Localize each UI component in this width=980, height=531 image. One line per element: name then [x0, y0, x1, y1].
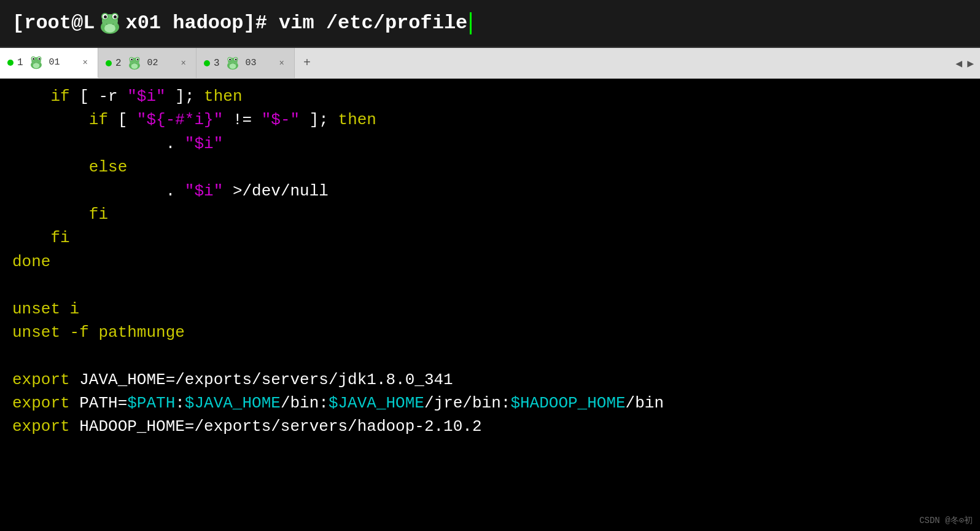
tab-2-number: 2	[115, 58, 122, 69]
code-text-2c: ];	[300, 111, 338, 129]
kw-unset-1: unset i	[12, 300, 79, 318]
title-text: [root@L x01 hadoop]# vim /etc/profile	[12, 8, 467, 39]
var-hash-i: "${-#*i}"	[137, 111, 223, 129]
tab-1-dot	[7, 60, 14, 66]
code-text-3a: .	[12, 135, 185, 153]
path-var-java-bin: $JAVA_HOME	[185, 394, 281, 412]
tab-2-frog-icon	[125, 54, 144, 73]
path-var-path: $PATH	[127, 394, 175, 412]
code-text-2a: [	[108, 111, 137, 129]
tab-3-dot	[204, 60, 210, 66]
tab-2-close[interactable]: ×	[179, 57, 189, 69]
svg-point-24	[131, 58, 133, 60]
code-line-14: export PATH=$PATH:$JAVA_HOME/bin:$JAVA_H…	[0, 391, 980, 415]
var-dash: "$-"	[262, 111, 300, 129]
code-area: if [ -r "$i" ]; then if [ "${-#*i}" != "…	[0, 79, 980, 439]
cursor	[470, 12, 472, 34]
kw-then-2: then	[338, 111, 376, 129]
path-jre: /jre/bin:	[424, 394, 510, 412]
code-line-15: export HADOOP_HOME=/exports/servers/hado…	[0, 415, 980, 438]
code-text-5b: >/dev/null	[223, 182, 329, 200]
code-line-10: unset i	[0, 297, 980, 321]
code-text-2b: !=	[223, 111, 261, 129]
kw-export-3: export	[12, 417, 79, 436]
code-line-1: if [ -r "$i" ]; then	[0, 85, 980, 108]
code-line-7: fi	[0, 226, 980, 250]
svg-point-16	[38, 58, 40, 60]
kw-then-1: then	[204, 87, 242, 106]
tab-3-label: 03	[246, 58, 257, 68]
tab-bar: 1 01 × 2 0	[0, 48, 980, 79]
code-text-1a: [ -r	[70, 87, 128, 106]
code-line-6: fi	[0, 203, 980, 226]
title-frog-icon	[95, 8, 125, 39]
tab-3-close[interactable]: ×	[277, 57, 287, 69]
tab-1-frog-icon	[27, 53, 45, 72]
tab-1-close[interactable]: ×	[80, 57, 90, 69]
var-i-5: "$i"	[185, 182, 223, 200]
svg-point-26	[131, 63, 138, 68]
kw-export-2: export	[12, 394, 79, 412]
var-i-3: "$i"	[185, 135, 223, 153]
svg-point-8	[104, 24, 115, 33]
kw-if-2: if	[12, 111, 108, 129]
svg-point-15	[33, 58, 34, 60]
title-bar: [root@L x01 hadoop]# vim /etc/profile	[0, 0, 980, 48]
java-home-line: JAVA_HOME=/exports/servers/jdk1.8.0_341	[79, 371, 453, 389]
svg-point-25	[136, 58, 138, 60]
tab-nav: ◀ ▶	[949, 48, 980, 78]
path-bin: /bin:	[281, 394, 329, 412]
code-text-5a: .	[12, 182, 185, 200]
kw-done: done	[12, 253, 50, 271]
svg-point-7	[114, 15, 117, 18]
watermark-text: CSDN @冬⊙初	[919, 516, 973, 525]
tab-2-label: 02	[147, 58, 158, 68]
svg-point-33	[229, 58, 231, 60]
svg-point-6	[104, 15, 107, 18]
tab-nav-left-arrow[interactable]: ◀	[955, 57, 962, 70]
path-var-java-jre: $JAVA_HOME	[329, 394, 424, 412]
path-label: PATH=	[79, 394, 127, 412]
tab-3[interactable]: 3 03 ×	[196, 48, 295, 78]
tab-3-number: 3	[214, 58, 220, 69]
tab-nav-right-arrow[interactable]: ▶	[967, 57, 974, 70]
path-var-hadoop: $HADOOP_HOME	[510, 394, 625, 412]
kw-else: else	[12, 158, 127, 176]
code-line-3: . "$i"	[0, 132, 980, 155]
tab-1[interactable]: 1 01 ×	[0, 48, 98, 78]
title-prefix: [root@L	[12, 12, 95, 34]
code-line-2: if [ "${-#*i}" != "$-" ]; then	[0, 108, 980, 132]
tab-add-button[interactable]: +	[295, 48, 319, 78]
code-line-13: export JAVA_HOME=/exports/servers/jdk1.8…	[0, 368, 980, 391]
tab-1-label: 01	[49, 57, 60, 68]
kw-fi-6: fi	[12, 205, 108, 224]
code-line-11: unset -f pathmunge	[0, 321, 980, 344]
tab-add-icon: +	[303, 56, 311, 70]
code-line-8: done	[0, 250, 980, 273]
svg-point-17	[33, 63, 39, 68]
code-line-5: . "$i" >/dev/null	[0, 179, 980, 203]
var-i-1: "$i"	[127, 87, 165, 106]
tab-2[interactable]: 2 02 ×	[98, 48, 196, 78]
kw-export-1: export	[12, 371, 79, 389]
kw-fi-7: fi	[12, 229, 70, 247]
tab-2-dot	[106, 60, 112, 66]
title-suffix: x01 hadoop]# vim /etc/profile	[125, 12, 467, 34]
path-sep-1: :	[175, 394, 185, 412]
path-hadoop-bin: /bin	[626, 394, 664, 412]
code-line-9	[0, 273, 980, 297]
kw-if-1: if	[12, 87, 70, 106]
code-text-1b: ];	[166, 87, 204, 106]
tab-3-frog-icon	[224, 54, 242, 73]
tab-1-number: 1	[17, 57, 23, 68]
watermark: CSDN @冬⊙初	[919, 515, 973, 526]
code-line-12	[0, 344, 980, 368]
kw-unset-2: unset -f pathmunge	[12, 323, 185, 342]
svg-point-34	[235, 58, 236, 60]
code-line-4: else	[0, 155, 980, 179]
svg-point-35	[229, 63, 236, 68]
hadoop-home-line: HADOOP_HOME=/exports/servers/hadoop-2.10…	[79, 417, 481, 436]
